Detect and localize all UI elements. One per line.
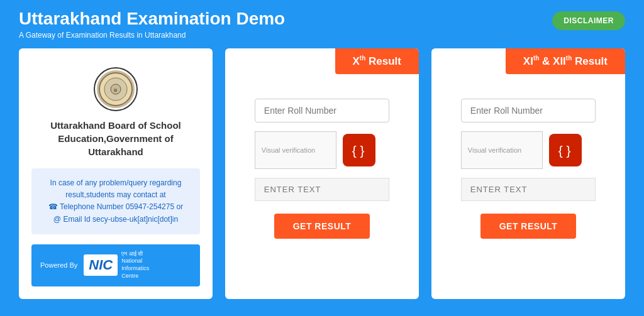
svg-text:{ }: { } bbox=[558, 143, 571, 158]
contact-email: @ Email Id secy-ubse-uk[at]nic[dot]in bbox=[40, 214, 191, 226]
page-subtitle: A Gateway of Examination Results in Utta… bbox=[19, 31, 285, 40]
xth-result-badge: Xth Result bbox=[335, 48, 419, 74]
xth-captcha-refresh-icon[interactable]: { } bbox=[343, 134, 375, 166]
xth-form: Visual verification { } GET RESULT bbox=[238, 99, 406, 239]
powered-by-label: Powered By bbox=[40, 261, 77, 269]
header-left: Uttarakhand Examination Demo A Gateway o… bbox=[19, 9, 285, 40]
nic-abbr: NIC bbox=[89, 257, 113, 273]
xth-roll-input[interactable] bbox=[255, 99, 389, 123]
xith-captcha-image: Visual verification bbox=[461, 131, 543, 169]
nic-logo: NIC एन आई सी National Informatics Centre bbox=[84, 251, 149, 280]
xth-result-card: Xth Result Visual verification { } GET R… bbox=[225, 48, 419, 299]
nic-hindi: एन आई सी bbox=[121, 251, 149, 258]
disclaimer-button[interactable]: DISCLAIMER bbox=[552, 11, 625, 30]
contact-info: In case of any problem/query regarding r… bbox=[31, 168, 200, 234]
xith-captcha-row: Visual verification { } bbox=[461, 131, 596, 169]
xth-get-result-button[interactable]: GET RESULT bbox=[274, 214, 370, 239]
svg-text:{ }: { } bbox=[352, 143, 365, 158]
xth-captcha-row: Visual verification { } bbox=[255, 131, 389, 169]
svg-text:🏛: 🏛 bbox=[114, 88, 118, 92]
contact-text-1: In case of any problem/query regarding r… bbox=[40, 177, 191, 201]
xith-result-badge: XIth & XIIth Result bbox=[506, 48, 625, 74]
xth-captcha-text-input[interactable] bbox=[255, 178, 389, 201]
page-header: Uttarakhand Examination Demo A Gateway o… bbox=[0, 0, 644, 48]
xth-captcha-image: Visual verification bbox=[255, 131, 336, 169]
page-title: Uttarakhand Examination Demo bbox=[19, 9, 285, 29]
main-content: 🏛 Uttarakhand Board of School Education,… bbox=[0, 48, 644, 312]
nic-footer: Powered By NIC एन आई सी National Informa… bbox=[31, 244, 200, 286]
xith-captcha-text-input[interactable] bbox=[461, 178, 596, 201]
xith-get-result-button[interactable]: GET RESULT bbox=[480, 214, 577, 239]
info-card: 🏛 Uttarakhand Board of School Education,… bbox=[19, 48, 213, 299]
nic-name-2: Informatics bbox=[121, 265, 149, 273]
nic-name-3: Centre bbox=[121, 273, 149, 280]
xith-result-card: XIth & XIIth Result Visual verification … bbox=[431, 48, 625, 299]
board-name: Uttarakhand Board of School Education,Go… bbox=[31, 119, 200, 158]
xith-captcha-refresh-icon[interactable]: { } bbox=[549, 134, 582, 166]
contact-phone: ☎ Telephone Number 05947-254275 or bbox=[40, 201, 191, 213]
nic-name-1: National bbox=[121, 258, 149, 265]
xith-roll-input[interactable] bbox=[461, 99, 596, 123]
xith-form: Visual verification { } GET RESULT bbox=[444, 99, 613, 239]
emblem-logo: 🏛 bbox=[94, 67, 138, 111]
